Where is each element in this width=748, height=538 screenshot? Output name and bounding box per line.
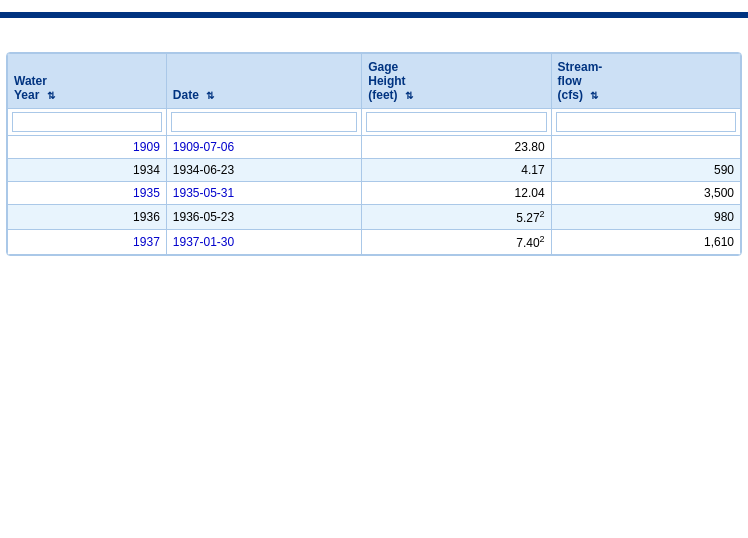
cell-date: 1909-07-06 bbox=[166, 136, 361, 159]
cell-gage-height: 4.17 bbox=[362, 159, 551, 182]
cell-streamflow: 590 bbox=[551, 159, 740, 182]
cell-gage-height: 12.04 bbox=[362, 182, 551, 205]
sort-icon-gage[interactable]: ⇅ bbox=[405, 90, 413, 101]
filter-cell-gage bbox=[362, 109, 551, 136]
page-title bbox=[0, 0, 748, 12]
cell-date: 1934-06-23 bbox=[166, 159, 361, 182]
col-header-date[interactable]: Date ⇅ bbox=[166, 54, 361, 109]
cell-date: 1936-05-23 bbox=[166, 205, 361, 230]
cell-date: 1937-01-30 bbox=[166, 230, 361, 255]
table-row: 19091909-07-0623.80 bbox=[8, 136, 741, 159]
peak-flow-table: WaterYear ⇅ Date ⇅ GageHeight(feet) ⇅ St… bbox=[7, 53, 741, 255]
cell-streamflow bbox=[551, 136, 740, 159]
cell-streamflow: 1,610 bbox=[551, 230, 740, 255]
filter-cell-date bbox=[166, 109, 361, 136]
table-header-row: WaterYear ⇅ Date ⇅ GageHeight(feet) ⇅ St… bbox=[8, 54, 741, 109]
cell-gage-height: 7.402 bbox=[362, 230, 551, 255]
table-row: 19371937-01-307.4021,610 bbox=[8, 230, 741, 255]
sort-icon-year[interactable]: ⇅ bbox=[47, 90, 55, 101]
sort-icon-streamflow[interactable]: ⇅ bbox=[590, 90, 598, 101]
filter-input-gage[interactable] bbox=[366, 112, 546, 132]
filter-row bbox=[8, 109, 741, 136]
col-header-streamflow[interactable]: Stream-flow(cfs) ⇅ bbox=[551, 54, 740, 109]
filter-input-year[interactable] bbox=[12, 112, 162, 132]
cell-date: 1935-05-31 bbox=[166, 182, 361, 205]
table-row: 19361936-05-235.272980 bbox=[8, 205, 741, 230]
filter-input-date[interactable] bbox=[171, 112, 357, 132]
cell-year: 1937 bbox=[8, 230, 167, 255]
table-row: 19341934-06-234.17590 bbox=[8, 159, 741, 182]
filter-input-stream[interactable] bbox=[556, 112, 736, 132]
cell-year: 1909 bbox=[8, 136, 167, 159]
cell-gage-height: 23.80 bbox=[362, 136, 551, 159]
cell-streamflow: 980 bbox=[551, 205, 740, 230]
site-info bbox=[0, 18, 748, 34]
col-header-water-year[interactable]: WaterYear ⇅ bbox=[8, 54, 167, 109]
sort-icon-date[interactable]: ⇅ bbox=[206, 90, 214, 101]
cell-year: 1935 bbox=[8, 182, 167, 205]
col-header-gage-height[interactable]: GageHeight(feet) ⇅ bbox=[362, 54, 551, 109]
cell-year: 1934 bbox=[8, 159, 167, 182]
cell-streamflow: 3,500 bbox=[551, 182, 740, 205]
cell-gage-height: 5.272 bbox=[362, 205, 551, 230]
filter-cell-stream bbox=[551, 109, 740, 136]
cell-year: 1936 bbox=[8, 205, 167, 230]
filter-cell-year bbox=[8, 109, 167, 136]
table-row: 19351935-05-3112.043,500 bbox=[8, 182, 741, 205]
data-table-section: WaterYear ⇅ Date ⇅ GageHeight(feet) ⇅ St… bbox=[6, 52, 742, 256]
